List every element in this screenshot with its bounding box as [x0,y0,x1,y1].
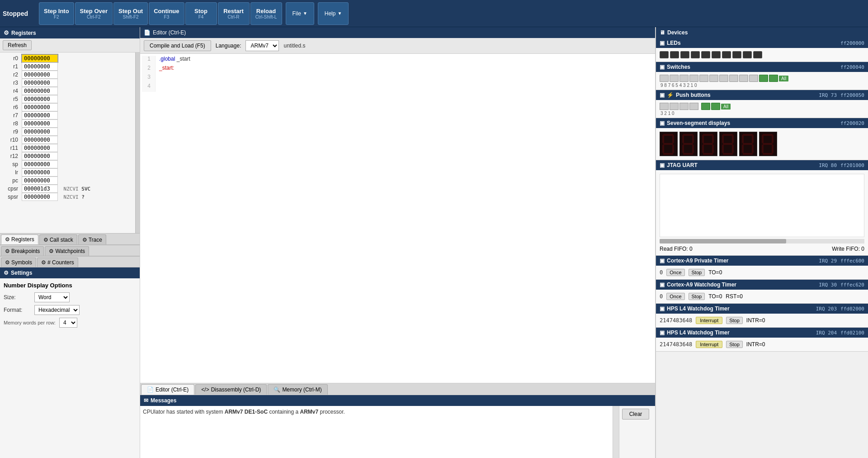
timer-stop-badge[interactable]: Stop [726,317,743,324]
pb-check-a[interactable] [701,103,710,110]
settings-format-select[interactable]: Hexadecimal Binary Decimal Octal [34,305,80,315]
registers-scrollbar[interactable] [135,52,140,233]
pb-0[interactable] [689,103,698,110]
reg-value[interactable]: 00000000 [22,71,58,79]
seg-digit-5[interactable] [660,132,678,156]
tab-symbols[interactable]: ⚙ Symbols [1,258,36,267]
pb-3[interactable] [660,103,669,110]
led-4[interactable] [712,51,721,58]
reg-value[interactable]: 00000000 [22,79,58,87]
sw-9[interactable] [660,75,669,82]
led-7[interactable] [680,51,689,58]
device-hps-watchdog-2-body: 2147483648 Interrupt Stop INTR=0 [656,338,868,351]
editor-header-title: Editor (Ctrl-E) [153,29,186,36]
reg-value[interactable]: 00000000 [22,136,58,144]
reg-value[interactable]: 00000000 [22,54,58,62]
pb-1[interactable] [679,103,689,110]
tab-registers[interactable]: ⚙ Registers [1,234,38,244]
sw-1[interactable] [739,75,748,82]
seg-digit-2[interactable] [719,132,737,156]
reg-value[interactable]: 00000000 [22,177,58,185]
reg-value[interactable]: 00000000 [22,128,58,136]
timer-interrupt-badge[interactable]: Interrupt [696,341,722,348]
timer-interrupt-badge[interactable]: Interrupt [696,317,722,324]
clear-button[interactable]: Clear [622,409,649,420]
reg-value[interactable]: 00000000 [22,152,58,160]
help-menu-button[interactable]: Help ▼ [318,2,349,25]
compile-button[interactable]: Compile and Load (F5) [144,40,211,51]
settings-mem-words-select[interactable]: 4 8 16 [59,318,77,328]
settings-size-select[interactable]: Word Byte Halfword [34,292,70,302]
device-leds-icon: ▣ [660,40,665,46]
step-over-button[interactable]: Step Over Ctrl-F2 [75,2,113,25]
seg-digit-4[interactable] [679,132,698,156]
sw-3[interactable] [719,75,728,82]
reg-value[interactable]: 00000000 [22,95,58,103]
sw-check-b[interactable] [769,75,778,82]
sw-8[interactable] [670,75,679,82]
tab-counters[interactable]: ⚙ # Counters [37,258,78,267]
sw-2[interactable] [729,75,738,82]
sw-0[interactable] [749,75,758,82]
sw-6[interactable] [689,75,698,82]
step-out-button[interactable]: Step Out Shift-F2 [113,2,148,25]
tab-call-stack[interactable]: ⚙ Call stack [39,234,77,244]
reg-value[interactable]: 00000000 [22,168,58,177]
reg-value[interactable]: 00000000 [22,160,58,168]
continue-button[interactable]: Continue F3 [149,2,184,25]
uart-scrollbar[interactable] [660,239,864,243]
pb-check-b[interactable] [711,103,720,110]
reg-value[interactable]: 00000000 [22,193,58,201]
timer-stop-badge[interactable]: Stop [726,341,743,348]
led-8[interactable] [670,51,679,58]
pb-2[interactable] [670,103,679,110]
sw-5[interactable] [699,75,708,82]
led-3[interactable] [722,51,731,58]
file-menu-button[interactable]: File ▼ [286,2,314,25]
reg-value[interactable]: 00000000 [22,62,58,71]
reg-value[interactable]: 00000000 [22,87,58,95]
tab-disassembly[interactable]: </> Disassembly (Ctrl-D) [195,384,267,395]
messages-scrollbar[interactable] [613,406,619,458]
reg-value[interactable]: 00000000 [22,119,58,128]
svg-rect-27 [723,153,733,155]
timer-stop-badge[interactable]: Stop [689,293,705,300]
reg-value[interactable]: 00000000 [22,111,58,119]
pushbuttons-all-button[interactable]: All [721,104,731,110]
stop-button[interactable]: Stop F4 [185,2,217,25]
led-2[interactable] [732,51,741,58]
timer-to: TO=0 [708,269,722,276]
seg-digit-0[interactable] [759,132,777,156]
reload-button[interactable]: Reload Ctrl-Shift-L [250,2,282,25]
code-editor[interactable]: 1 .global _start 2 _start: 3 4 [140,54,655,383]
reg-value[interactable]: 00000000 [22,144,58,152]
step-into-button[interactable]: Step Into F2 [39,2,74,25]
tab-trace[interactable]: ⚙ Trace [78,234,106,244]
led-6[interactable] [691,51,700,58]
sw-4[interactable] [709,75,718,82]
seg-digit-1[interactable] [739,132,757,156]
led-5[interactable] [701,51,710,58]
reg-value[interactable]: 00000000 [22,103,58,111]
tab-breakpoints[interactable]: ⚙ Breakpoints [1,246,44,256]
led-9[interactable] [660,51,669,58]
timer-stop-badge[interactable]: Stop [689,269,705,276]
sw-7[interactable] [679,75,689,82]
refresh-button[interactable]: Refresh [3,40,32,50]
led-1[interactable] [743,51,752,58]
tab-editor[interactable]: 📄 Editor (Ctrl-E) [141,384,194,395]
language-select[interactable]: ARMv7 ARMv8 Nios II [245,40,279,51]
seg-digit-3[interactable] [699,132,717,156]
reg-value[interactable]: 000001d3 [22,185,58,193]
timer-once-badge[interactable]: Once [666,269,684,276]
sw-check-a[interactable] [759,75,768,82]
help-menu-label: Help [325,10,336,17]
switches-all-button[interactable]: All [779,76,788,81]
timer-once-badge[interactable]: Once [666,293,684,300]
tab-memory[interactable]: 🔍 Memory (Ctrl-M) [268,384,327,395]
tab-watchpoints[interactable]: ⚙ Watchpoints [45,246,89,256]
uart-output[interactable] [660,174,864,237]
restart-button[interactable]: Restart Ctrl-R [218,2,250,25]
tab-strip-2: ⚙ Breakpoints ⚙ Watchpoints [0,245,140,256]
led-0[interactable] [753,51,762,58]
